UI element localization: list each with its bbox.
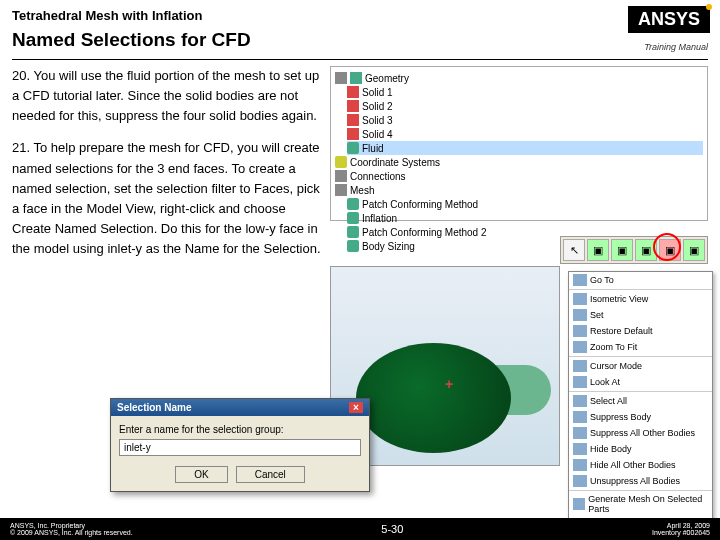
outline-tree[interactable]: Geometry Solid 1 Solid 2 Solid 3 Solid 4… bbox=[330, 66, 708, 221]
tree-pcm2[interactable]: Patch Conforming Method 2 bbox=[362, 227, 487, 238]
method-icon bbox=[347, 212, 359, 224]
filter-vertex-button[interactable]: ▣ bbox=[587, 239, 609, 261]
tree-solid2[interactable]: Solid 2 bbox=[362, 101, 393, 112]
selectall-icon bbox=[573, 395, 587, 407]
ctx-suppress[interactable]: Suppress Body bbox=[569, 409, 712, 425]
ok-button[interactable]: OK bbox=[175, 466, 227, 483]
ctx-goto[interactable]: Go To bbox=[569, 272, 712, 288]
tree-bodysizing[interactable]: Body Sizing bbox=[362, 241, 415, 252]
filter-extend-button[interactable]: ▣ bbox=[683, 239, 705, 261]
lookat-icon bbox=[573, 376, 587, 388]
page-number: 5-30 bbox=[381, 523, 403, 535]
selection-name-input[interactable] bbox=[119, 439, 361, 456]
tree-solid1[interactable]: Solid 1 bbox=[362, 87, 393, 98]
footer-inventory: Inventory #002645 bbox=[652, 529, 710, 536]
step-text-21: To help prepare the mesh for CFD, you wi… bbox=[12, 140, 321, 256]
ansys-logo: ANSYS bbox=[628, 6, 710, 33]
method-icon bbox=[347, 240, 359, 252]
tree-mesh[interactable]: Mesh bbox=[350, 185, 374, 196]
dialog-prompt: Enter a name for the selection group: bbox=[119, 424, 361, 435]
step-text-20: You will use the fluid portion of the me… bbox=[12, 68, 319, 123]
ctx-hideother[interactable]: Hide All Other Bodies bbox=[569, 457, 712, 473]
tree-fluid[interactable]: Fluid bbox=[362, 143, 384, 154]
ctx-hide[interactable]: Hide Body bbox=[569, 441, 712, 457]
filter-cursor-button[interactable]: ↖ bbox=[563, 239, 585, 261]
selection-filter-toolbar: ↖ ▣ ▣ ▣ ▣ ▣ bbox=[560, 236, 708, 264]
tree-pcm1[interactable]: Patch Conforming Method bbox=[362, 199, 478, 210]
restore-icon bbox=[573, 325, 587, 337]
ctx-zoom[interactable]: Zoom To Fit bbox=[569, 339, 712, 355]
footer-copyright: © 2009 ANSYS, Inc. All rights reserved. bbox=[10, 529, 133, 536]
training-manual-label: Training Manual bbox=[644, 42, 708, 52]
tree-solid3[interactable]: Solid 3 bbox=[362, 115, 393, 126]
tree-geometry[interactable]: Geometry bbox=[365, 73, 409, 84]
ctx-lookat[interactable]: Look At bbox=[569, 374, 712, 390]
cursor-icon bbox=[573, 360, 587, 372]
zoom-icon bbox=[573, 341, 587, 353]
method-icon bbox=[347, 226, 359, 238]
ctx-isometric[interactable]: Isometric View bbox=[569, 291, 712, 307]
slide-footer: ANSYS, Inc. Proprietary © 2009 ANSYS, In… bbox=[0, 518, 720, 540]
selection-name-dialog: Selection Name × Enter a name for the se… bbox=[110, 398, 370, 492]
tree-solid4[interactable]: Solid 4 bbox=[362, 129, 393, 140]
suppressother-icon bbox=[573, 427, 587, 439]
context-menu: Go To Isometric View Set Restore Default… bbox=[568, 271, 713, 540]
suppress-icon bbox=[347, 128, 359, 140]
ctx-restore[interactable]: Restore Default bbox=[569, 323, 712, 339]
hide-icon bbox=[573, 443, 587, 455]
ctx-suppressother[interactable]: Suppress All Other Bodies bbox=[569, 425, 712, 441]
filter-edge-button[interactable]: ▣ bbox=[611, 239, 633, 261]
goto-icon bbox=[573, 274, 587, 286]
step-number-21: 21. bbox=[12, 140, 33, 155]
filter-face-button[interactable]: ▣ bbox=[635, 239, 657, 261]
iso-icon bbox=[573, 293, 587, 305]
close-icon[interactable]: × bbox=[349, 402, 363, 413]
set-icon bbox=[573, 309, 587, 321]
suppress-icon bbox=[347, 86, 359, 98]
ctx-genmesh[interactable]: Generate Mesh On Selected Parts bbox=[569, 492, 712, 516]
footer-date: April 28, 2009 bbox=[652, 522, 710, 529]
suppress-icon bbox=[347, 100, 359, 112]
tree-inflation[interactable]: Inflation bbox=[362, 213, 397, 224]
plus-icon bbox=[335, 72, 347, 84]
geometry-icon bbox=[350, 72, 362, 84]
step-number-20: 20. bbox=[12, 68, 33, 83]
dialog-title: Selection Name bbox=[117, 402, 191, 413]
suppress-icon bbox=[573, 411, 587, 423]
tree-connections[interactable]: Connections bbox=[350, 171, 406, 182]
slide-subtitle: Tetrahedral Mesh with Inflation bbox=[12, 8, 708, 23]
cancel-button[interactable]: Cancel bbox=[236, 466, 305, 483]
body-icon bbox=[347, 142, 359, 154]
ctx-unsuppress[interactable]: Unsuppress All Bodies bbox=[569, 473, 712, 489]
footer-proprietary: ANSYS, Inc. Proprietary bbox=[10, 522, 133, 529]
unsuppress-icon bbox=[573, 475, 587, 487]
tree-coords[interactable]: Coordinate Systems bbox=[350, 157, 440, 168]
hideother-icon bbox=[573, 459, 587, 471]
origin-marker: + bbox=[445, 376, 453, 392]
conn-icon bbox=[335, 170, 347, 182]
coord-icon bbox=[335, 156, 347, 168]
slide-title: Named Selections for CFD bbox=[12, 29, 708, 51]
filter-body-button[interactable]: ▣ bbox=[659, 239, 681, 261]
selected-face[interactable] bbox=[356, 343, 511, 453]
ctx-set[interactable]: Set bbox=[569, 307, 712, 323]
ctx-cursor[interactable]: Cursor Mode bbox=[569, 358, 712, 374]
suppress-icon bbox=[347, 114, 359, 126]
genmesh-icon bbox=[573, 498, 585, 510]
method-icon bbox=[347, 198, 359, 210]
mesh-icon bbox=[335, 184, 347, 196]
ctx-selectall[interactable]: Select All bbox=[569, 393, 712, 409]
